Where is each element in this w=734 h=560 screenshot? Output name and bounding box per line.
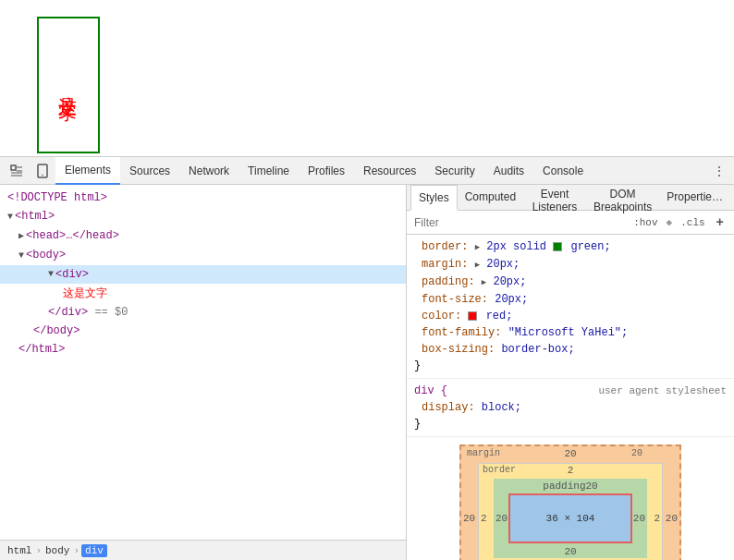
tab-sources[interactable]: Sources	[120, 157, 179, 185]
tab-network[interactable]: Network	[179, 157, 239, 185]
devtools: Elements Sources Network Timeline Profil…	[0, 157, 734, 560]
styles-tab-event-listeners[interactable]: Event Listeners	[523, 185, 586, 210]
content-size: 36 × 104	[546, 513, 595, 524]
css-prop-fontsize: font-size: 20px;	[414, 291, 727, 308]
css-prop-display: display: block;	[414, 399, 727, 416]
tab-timeline[interactable]: Timeline	[239, 157, 299, 185]
tab-elements[interactable]: Elements	[55, 157, 120, 185]
breadcrumb-div[interactable]: div	[81, 544, 107, 557]
css-prop-margin: margin: ▶ 20px;	[414, 256, 727, 274]
hov-button[interactable]: :hov	[630, 216, 660, 229]
breadcrumb-body[interactable]: body	[43, 545, 71, 556]
rule-div-closing: }	[414, 416, 727, 432]
styles-tab-dom-breakpoints[interactable]: DOM Breakpoints	[586, 185, 659, 210]
dom-tree[interactable]: <!DOCTYPE html> ▼<html> ▶<head>…</head> …	[0, 185, 406, 540]
styles-tab-computed[interactable]: Computed	[458, 185, 523, 210]
css-prop-border: border: ▶ 2px solid green;	[414, 238, 727, 256]
dom-line-div-close: </div> == $0	[0, 303, 406, 322]
devtools-content: <!DOCTYPE html> ▼<html> ▶<head>…</head> …	[0, 185, 734, 560]
devtools-more-actions: ⋮	[708, 160, 730, 182]
filter-input[interactable]	[414, 216, 623, 229]
padding-left-val: 20	[495, 513, 508, 524]
dom-line-html-close: </html>	[0, 340, 406, 359]
rule-closing: }	[414, 358, 727, 374]
css-prop-color: color: red;	[414, 308, 727, 324]
cls-button[interactable]: .cls	[678, 216, 707, 229]
demo-box: 这是文字	[37, 17, 100, 153]
styles-tab-properties[interactable]: Propertie…	[659, 185, 730, 210]
padding-box: padding20 36 × 104 20 20 20	[494, 479, 647, 558]
tab-console[interactable]: Console	[533, 157, 593, 185]
tab-security[interactable]: Security	[425, 157, 483, 185]
collapse-head[interactable]: ▶	[18, 231, 24, 241]
dom-line-text: 这是文字	[0, 284, 406, 303]
css-rule-element: border: ▶ 2px solid green; margin: ▶ 20p…	[407, 235, 734, 379]
styles-content: :hov ◆ .cls + border: ▶ 2px	[407, 211, 734, 560]
collapse-body[interactable]: ▼	[18, 250, 24, 261]
svg-point-2	[42, 174, 43, 176]
more-tabs-button[interactable]: ⋮	[708, 160, 730, 182]
devtools-toolbar: Elements Sources Network Timeline Profil…	[0, 157, 734, 185]
padding-bottom-val: 20	[564, 546, 576, 557]
color-swatch-red	[468, 311, 477, 321]
border-top-val: 2	[568, 465, 574, 476]
tab-device-icon[interactable]	[30, 157, 55, 185]
breadcrumb-html[interactable]: html	[6, 545, 33, 556]
color-swatch-green	[553, 242, 562, 251]
browser-viewport: 这是文字	[0, 0, 734, 157]
filter-bar: :hov ◆ .cls +	[407, 211, 734, 235]
border-right-val: 2	[654, 513, 660, 524]
border-box: 2 2 2 2 border padding20 36 × 104	[478, 463, 663, 560]
box-model: 20 20 20 20 margin 20 2 2 2 2 border	[459, 444, 681, 560]
styles-tabs: Styles Computed Event Listeners DOM Brea…	[407, 185, 734, 211]
styles-panel: Styles Computed Event Listeners DOM Brea…	[407, 185, 734, 560]
collapse-html[interactable]: ▼	[7, 212, 13, 222]
dom-line-body: ▼<body>	[0, 246, 406, 265]
styles-tab-styles[interactable]: Styles	[410, 185, 458, 211]
dom-line-div-selected[interactable]: ▼<div>	[0, 265, 406, 284]
border-section-label: border	[483, 465, 516, 475]
margin-top-val: 20	[631, 448, 642, 458]
tab-resources[interactable]: Resources	[354, 157, 425, 185]
rule-div-selector-line: div { user agent stylesheet	[414, 383, 727, 399]
svg-rect-0	[11, 165, 16, 170]
css-prop-padding: padding: ▶ 20px;	[414, 274, 727, 291]
content-box: 36 × 104	[508, 493, 632, 543]
margin-left-label: 20	[463, 513, 475, 524]
tab-audits[interactable]: Audits	[484, 157, 533, 185]
padding-label: padding20	[543, 481, 597, 492]
dom-line-html: ▼<html>	[0, 207, 406, 226]
margin-right-label: 20	[666, 513, 678, 524]
css-prop-boxsizing: box-sizing: border-box;	[414, 341, 727, 358]
add-rule-button[interactable]: +	[714, 214, 727, 231]
tab-profiles[interactable]: Profiles	[299, 157, 354, 185]
margin-box: 20 20 20 20 margin 20 2 2 2 2 border	[459, 444, 681, 560]
tab-inspect-icon[interactable]	[4, 157, 30, 185]
collapse-div[interactable]: ▼	[48, 266, 54, 283]
breadcrumb: html › body › div	[0, 540, 406, 560]
css-prop-fontfamily: font-family: "Microsoft YaHei";	[414, 324, 727, 341]
dom-panel: <!DOCTYPE html> ▼<html> ▶<head>…</head> …	[0, 185, 407, 560]
margin-section-label: margin	[467, 448, 500, 458]
dom-line-doctype: <!DOCTYPE html>	[0, 189, 406, 207]
margin-top-label: 20	[564, 448, 576, 459]
padding-right-val: 20	[633, 513, 645, 524]
demo-text: 这是文字	[56, 81, 81, 89]
dom-line-body-close: </body>	[0, 322, 406, 340]
border-left-val: 2	[481, 513, 487, 524]
css-rule-div: div { user agent stylesheet display: blo…	[407, 379, 734, 437]
dom-line-head: ▶<head>…</head>	[0, 226, 406, 246]
filter-actions: :hov ◆ .cls +	[630, 214, 727, 231]
